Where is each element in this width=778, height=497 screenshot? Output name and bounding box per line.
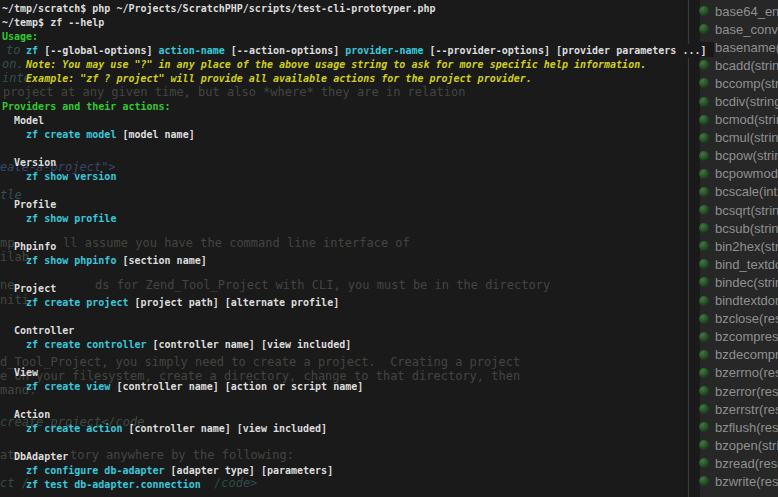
terminal-text-segment: provider-name: [345, 45, 423, 56]
terminal-text-segment: [2, 381, 26, 392]
terminal-text-segment: [2, 255, 26, 266]
terminal-text-segment: [adapter type] [parameters]: [165, 465, 334, 476]
function-list-item[interactable]: bzflush(reso: [692, 418, 778, 436]
function-icon: [699, 241, 709, 251]
function-icon: [699, 60, 709, 70]
terminal-text-segment: Project: [2, 283, 56, 294]
terminal-line: zf create action [controller name] [view…: [2, 422, 700, 436]
terminal-line: Project: [2, 282, 700, 296]
function-list-item[interactable]: bcmul(string: [692, 129, 778, 147]
function-list-item[interactable]: bindec(strin: [692, 273, 778, 291]
function-list-item[interactable]: bcpow(strin: [692, 147, 778, 165]
function-icon: [699, 440, 709, 450]
terminal-text-segment: [2, 129, 26, 140]
function-list-item[interactable]: basename(st: [692, 38, 778, 56]
terminal-text-segment: [2, 465, 26, 476]
terminal-line: Action: [2, 408, 700, 422]
function-list-item[interactable]: bzerrno(res: [692, 364, 778, 382]
function-name-label: bzdecompre: [715, 347, 778, 362]
function-list-item[interactable]: bcscale(int $: [692, 183, 778, 201]
function-list-item[interactable]: bccomp(stri: [692, 74, 778, 92]
terminal-text-segment: [section name]: [116, 255, 206, 266]
terminal-text-segment: zf configure db-adapter: [26, 465, 164, 476]
function-icon: [699, 133, 709, 143]
terminal-text-segment: zf show phpinfo: [26, 255, 116, 266]
editor-divider-line-dark: [684, 0, 685, 44]
terminal-line: [2, 226, 700, 240]
terminal-text-segment: Phpinfo: [2, 241, 56, 252]
terminal-line: Phpinfo: [2, 240, 700, 254]
function-name-label: bcpow(strin: [715, 148, 778, 163]
editor-divider-line-light: [688, 0, 689, 44]
function-list-item[interactable]: bindtextdom: [692, 292, 778, 310]
function-name-label: bzerrstr(res: [715, 402, 778, 417]
terminal-text-segment: ~/temp$ zf --help: [2, 17, 104, 28]
terminal-text-segment: [controller name] [view included]: [147, 339, 352, 350]
function-list-item[interactable]: bzcompress: [692, 328, 778, 346]
function-list-item[interactable]: bcsub(string: [692, 219, 778, 237]
terminal-text-segment: [--action-options]: [225, 45, 345, 56]
function-list-item[interactable]: bcsqrt(strin: [692, 201, 778, 219]
terminal-text-segment: zf create view: [26, 381, 110, 392]
function-name-label: bcdiv(string: [715, 94, 778, 109]
function-name-label: base_conver: [715, 22, 778, 37]
terminal-text-segment: Profile: [2, 199, 56, 210]
terminal-text-segment: [2, 45, 26, 56]
terminal-line: zf create view [controller name] [action…: [2, 380, 700, 394]
function-list-item[interactable]: bzerrstr(res: [692, 400, 778, 418]
terminal-output: ~/tmp/scratch$ php ~/Projects/ScratchPHP…: [0, 0, 700, 492]
function-list-item[interactable]: bzwrite(reso: [692, 472, 778, 490]
terminal-text-segment: Note: You may use "?" in any place of th…: [2, 59, 646, 70]
function-list-item[interactable]: bind_textdo: [692, 255, 778, 273]
function-icon: [699, 277, 709, 287]
terminal-text-segment: Example: "zf ? project" will provide all…: [2, 73, 532, 84]
function-icon: [699, 6, 709, 16]
terminal-text-segment: ~/tmp/scratch$ php ~/Projects/ScratchPHP…: [2, 3, 435, 14]
function-list-sidebar[interactable]: base64_encbase_converbasename(stbcadd(st…: [692, 0, 778, 497]
function-icon: [699, 24, 709, 34]
terminal-line: zf [--global-options] action-name [--act…: [2, 44, 700, 58]
function-name-label: bcsub(string: [715, 221, 778, 236]
function-name-label: bind_textdo: [715, 257, 778, 272]
terminal-line: Usage:: [2, 30, 700, 44]
terminal-line: zf create controller [controller name] […: [2, 338, 700, 352]
function-list-item[interactable]: bcmod(strin: [692, 111, 778, 129]
terminal-line: [2, 184, 700, 198]
function-list-item[interactable]: bzclose(reso: [692, 310, 778, 328]
terminal-text-segment: [2, 213, 26, 224]
terminal-line: ~/tmp/scratch$ php ~/Projects/ScratchPHP…: [2, 2, 700, 16]
terminal-text-segment: [--global-options]: [38, 45, 158, 56]
function-icon: [699, 97, 709, 107]
terminal-text-segment: Action: [2, 409, 50, 420]
function-name-label: bcmul(string: [715, 130, 778, 145]
function-name-label: bzerrno(res: [715, 365, 778, 380]
terminal-window[interactable]: toon.inteproject at any given time, but …: [0, 0, 700, 497]
terminal-line: [2, 352, 700, 366]
terminal-text-segment: [2, 339, 26, 350]
function-list-item[interactable]: base_conver: [692, 20, 778, 38]
function-list-item[interactable]: bin2hex(str: [692, 237, 778, 255]
terminal-line: [2, 142, 700, 156]
function-name-label: bcpowmod(s: [715, 166, 778, 181]
function-list-item[interactable]: bzerror(reso: [692, 382, 778, 400]
function-name-label: bin2hex(str: [715, 239, 778, 254]
function-icon: [699, 314, 709, 324]
function-list-item[interactable]: bcpowmod(s: [692, 165, 778, 183]
terminal-text-segment: zf show profile: [26, 213, 116, 224]
terminal-text-segment: [2, 171, 26, 182]
function-list-item[interactable]: bzread(reso: [692, 454, 778, 472]
function-name-label: bcscale(int $: [715, 184, 778, 199]
function-icon: [699, 296, 709, 306]
function-list-item[interactable]: bzdecompre: [692, 346, 778, 364]
terminal-text-segment: View: [2, 367, 38, 378]
terminal-text-segment: [controller name] [view included]: [122, 423, 327, 434]
terminal-line: Controller: [2, 324, 700, 338]
function-list-item[interactable]: bzopen(strin: [692, 436, 778, 454]
function-name-label: bccomp(stri: [715, 76, 778, 91]
terminal-line: [2, 436, 700, 450]
function-list-item[interactable]: bcdiv(string: [692, 92, 778, 110]
function-list-item[interactable]: bcadd(string: [692, 56, 778, 74]
function-list-item[interactable]: base64_enc: [692, 2, 778, 20]
function-icon: [699, 404, 709, 414]
function-icon: [699, 78, 709, 88]
